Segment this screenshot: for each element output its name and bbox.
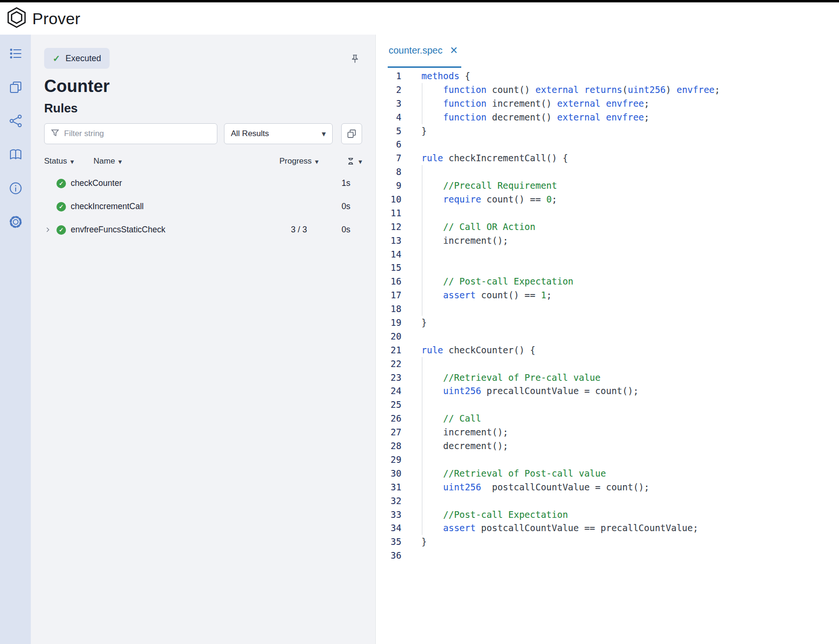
code-editor: counter.spec × 1methods {2 function coun… xyxy=(375,35,839,644)
code-text xyxy=(421,330,423,343)
sort-status[interactable]: Status ▾ xyxy=(44,156,93,166)
code-text: } xyxy=(421,124,427,138)
code-text: increment(); xyxy=(421,234,508,248)
line-number: 4 xyxy=(376,110,401,124)
code-text: methods { xyxy=(421,69,470,83)
code-line: 20 xyxy=(376,330,839,343)
code-line: 19} xyxy=(376,316,839,330)
contracts-icon[interactable] xyxy=(8,80,23,95)
pin-icon[interactable] xyxy=(350,54,360,66)
page-title: Counter xyxy=(44,76,362,96)
line-number: 23 xyxy=(376,371,401,385)
docs-icon[interactable] xyxy=(8,147,23,162)
line-number: 6 xyxy=(376,138,401,151)
code-line: 36 xyxy=(376,549,839,562)
app-title: Prover xyxy=(32,9,80,28)
close-icon[interactable]: × xyxy=(450,44,457,57)
code-text xyxy=(421,494,423,508)
hexagon-logo-icon xyxy=(6,7,28,30)
filter-input[interactable] xyxy=(64,129,211,138)
rule-row[interactable]: ✓ checkCounter 1s xyxy=(44,172,362,195)
line-number: 13 xyxy=(376,234,401,248)
code-line: 3 function increment() external envfree; xyxy=(376,97,839,110)
rule-time: 1s xyxy=(330,178,362,188)
code-text: } xyxy=(421,535,427,549)
code-text xyxy=(421,549,423,562)
line-number: 34 xyxy=(376,521,401,535)
line-number: 8 xyxy=(376,165,401,179)
code-line: 18 xyxy=(376,302,839,316)
code-text: function count() external returns(uint25… xyxy=(421,83,720,97)
rule-row[interactable]: ✓ checkIncrementCall 0s xyxy=(44,195,362,218)
line-number: 16 xyxy=(376,275,401,288)
code-text: assert count() == 1; xyxy=(421,288,552,302)
sort-progress[interactable]: Progress ▾ xyxy=(268,156,330,166)
rule-name[interactable]: checkIncrementCall xyxy=(71,202,268,212)
left-rail xyxy=(0,35,31,644)
sort-caret-icon: ▾ xyxy=(315,158,319,165)
rule-row[interactable]: ✓ envfreeFuncsStaticCheck 3 / 3 0s xyxy=(44,218,362,241)
filter-box[interactable] xyxy=(44,123,217,144)
code-line: 16 // Post-call Expectation xyxy=(376,275,839,288)
code-line: 34 assert postcallCountValue == precallC… xyxy=(376,521,839,535)
sort-name[interactable]: Name ▾ xyxy=(93,156,268,166)
info-icon[interactable] xyxy=(8,181,23,196)
progress-column-label: Progress xyxy=(280,156,312,166)
code-line: 22 xyxy=(376,357,839,371)
code-text: require count() == 0; xyxy=(421,193,557,206)
sort-time[interactable]: ▾ xyxy=(330,157,362,166)
line-number: 28 xyxy=(376,439,401,453)
code-text: rule checkCounter() { xyxy=(421,343,535,357)
code-line: 11 xyxy=(376,206,839,220)
results-filter-value: All Results xyxy=(231,129,269,138)
rules-heading: Rules xyxy=(44,101,362,116)
expand-chevron-icon[interactable] xyxy=(44,226,56,233)
expand-view-button[interactable] xyxy=(341,123,362,144)
status-badge: ✓ Executed xyxy=(44,48,110,69)
code-line: 17 assert count() == 1; xyxy=(376,288,839,302)
line-number: 33 xyxy=(376,508,401,522)
rule-status: ✓ xyxy=(56,179,71,188)
line-number: 32 xyxy=(376,494,401,508)
code-line: 33 //Post-call Expectation xyxy=(376,508,839,522)
app-logo: Prover xyxy=(6,7,80,30)
code-line: 7rule checkIncrementCall() { xyxy=(376,151,839,165)
code-line: 5} xyxy=(376,124,839,138)
code-line: 2 function count() external returns(uint… xyxy=(376,83,839,97)
code-line: 1methods { xyxy=(376,69,839,83)
code-line: 32 xyxy=(376,494,839,508)
code-line: 13 increment(); xyxy=(376,234,839,248)
code-line: 14 xyxy=(376,248,839,261)
check-icon: ✓ xyxy=(53,53,60,64)
line-number: 18 xyxy=(376,302,401,316)
line-number: 14 xyxy=(376,248,401,261)
results-filter-dropdown[interactable]: All Results ▾ xyxy=(224,123,333,144)
line-number: 10 xyxy=(376,193,401,206)
rules-rows: ✓ checkCounter 1s ✓ checkIncrementCall 0… xyxy=(44,172,362,241)
code-text: //Retrieval of Post-call value xyxy=(421,467,606,480)
code-text: function increment() external envfree; xyxy=(421,97,650,110)
rule-name[interactable]: checkCounter xyxy=(71,178,268,188)
settings-icon[interactable] xyxy=(8,214,23,230)
line-number: 27 xyxy=(376,425,401,439)
line-number: 22 xyxy=(376,357,401,371)
rules-list-icon[interactable] xyxy=(8,46,23,61)
rule-name[interactable]: envfreeFuncsStaticCheck xyxy=(71,225,268,235)
sort-caret-icon: ▾ xyxy=(118,158,122,165)
line-number: 5 xyxy=(376,124,401,138)
line-number: 2 xyxy=(376,83,401,97)
sort-caret-icon: ▾ xyxy=(358,158,362,165)
code-text xyxy=(421,138,423,151)
line-number: 7 xyxy=(376,151,401,165)
code-text: assert postcallCountValue == precallCoun… xyxy=(421,521,698,535)
code-line: 15 xyxy=(376,261,839,275)
tab-label: counter.spec xyxy=(389,45,442,56)
code-line: 23 //Retrieval of Pre-call value xyxy=(376,371,839,385)
tab-counter-spec[interactable]: counter.spec × xyxy=(388,35,461,68)
rules-table-header: Status ▾ Name ▾ Progress ▾ ▾ xyxy=(44,156,362,166)
code-lines: 1methods {2 function count() external re… xyxy=(376,68,839,644)
code-line: 29 xyxy=(376,453,839,467)
code-line: 27 increment(); xyxy=(376,425,839,439)
call-graph-icon[interactable] xyxy=(8,113,23,129)
code-text xyxy=(421,261,423,275)
